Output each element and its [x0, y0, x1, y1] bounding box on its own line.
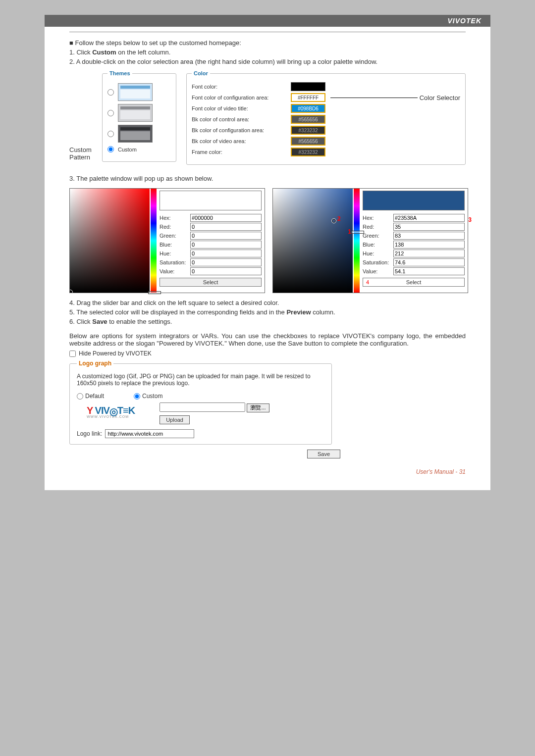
- lbl-red: Red:: [160, 224, 188, 230]
- mark-1: 1: [348, 228, 351, 235]
- color-label-vtitle: Font color of video title:: [192, 105, 286, 111]
- browse-button[interactable]: 瀏覽...: [247, 403, 269, 412]
- inp-sat-2[interactable]: [393, 258, 465, 266]
- lbl-hue2: Hue:: [363, 251, 391, 256]
- callout-custom-pattern: Custom Pattern: [69, 146, 92, 161]
- palette-window-2: 2 1 Hex: Red: Green: Blue: Hue: Saturati…: [272, 188, 468, 293]
- satval-area-1[interactable]: [70, 189, 150, 293]
- lbl-blue2: Blue:: [363, 242, 391, 248]
- inp-red-2[interactable]: [393, 223, 465, 231]
- divider: [69, 32, 466, 32]
- lbl-hex2: Hex:: [363, 215, 391, 221]
- color-label-confbk: Bk color of configuration area:: [192, 127, 286, 133]
- hue-slider-2[interactable]: [351, 231, 364, 234]
- lbl-blue: Blue:: [160, 242, 188, 248]
- inp-hue-1[interactable]: [190, 250, 262, 257]
- lbl-hex: Hex:: [160, 215, 188, 221]
- theme-custom-label: Custom: [118, 147, 137, 152]
- logo-link-label: Logo link:: [77, 430, 102, 437]
- step4: 4. Drag the slider bar and click on the …: [69, 299, 466, 306]
- swatch-ctrlbk[interactable]: #565656: [291, 115, 325, 124]
- step5: 5. The selected color will be displayed …: [69, 308, 466, 316]
- logo-desc: A customized logo (Gif, JPG or PNG) can …: [77, 373, 324, 387]
- inp-hue-2[interactable]: [393, 250, 465, 257]
- theme-radio-2[interactable]: [107, 110, 114, 116]
- swatch-vidbk[interactable]: #565656: [291, 137, 325, 146]
- logo-file-input[interactable]: [160, 403, 245, 412]
- color-label-frame: Frame color:: [192, 149, 286, 155]
- vars-para: Below are options for system integrators…: [69, 332, 466, 347]
- color-label-vidbk: Bk color of video area:: [192, 138, 286, 144]
- callout-color-selector: Color Selector: [420, 94, 460, 101]
- color-label-font: Font color:: [192, 84, 286, 90]
- theme-thumb-3[interactable]: [118, 125, 153, 143]
- inp-green-1[interactable]: [190, 232, 262, 240]
- themes-legend: Themes: [107, 70, 132, 76]
- color-label-ctrlbk: Bk color of control area:: [192, 116, 286, 122]
- logo-legend: Logo graph: [77, 360, 113, 367]
- mark-2: 2: [337, 215, 341, 222]
- hue-bar-2[interactable]: 1: [354, 189, 360, 293]
- hide-powered-label: Hide Powered by VIVOTEK: [79, 350, 152, 357]
- color-fieldset: Color Font color: Font color of configur…: [186, 70, 466, 165]
- hue-bar-1[interactable]: [151, 189, 157, 293]
- lbl-val: Value:: [160, 268, 188, 274]
- logo-custom-option[interactable]: Custom: [134, 393, 162, 400]
- theme-thumb-2[interactable]: [118, 104, 153, 122]
- page-footer: User's Manual - 31: [45, 458, 490, 475]
- mark-4: 4: [366, 278, 369, 286]
- swatch-conf-font[interactable]: #FFFFFF: [291, 93, 325, 102]
- intro-line0: Follow the steps below to set up the cus…: [69, 39, 466, 47]
- preview-box-1: [160, 191, 262, 210]
- themes-fieldset: Themes Custom: [102, 70, 176, 162]
- lbl-sat2: Saturation:: [363, 259, 391, 265]
- intro-step2: 2. A double-click on the color selection…: [69, 58, 466, 65]
- lbl-green2: Green:: [363, 233, 391, 239]
- select-button-2[interactable]: 4Select: [363, 278, 465, 287]
- inp-blue-2[interactable]: [393, 241, 465, 249]
- mark-3: 3: [468, 216, 472, 223]
- hue-slider-1[interactable]: [148, 291, 161, 294]
- step6: 6. Click Save to enable the settings.: [69, 318, 466, 325]
- select-button-1[interactable]: Select: [160, 278, 262, 287]
- upload-button[interactable]: Upload: [160, 415, 190, 424]
- lbl-green: Green:: [160, 233, 188, 239]
- swatch-confbk[interactable]: #323232: [291, 126, 325, 135]
- inp-hex-1[interactable]: [190, 214, 262, 222]
- save-button[interactable]: Save: [307, 450, 340, 458]
- lbl-sat: Saturation:: [160, 259, 188, 265]
- swatch-font[interactable]: [291, 82, 325, 91]
- swatch-vtitle[interactable]: #098BD6: [291, 104, 325, 113]
- inp-hex-2[interactable]: [393, 214, 465, 222]
- palette-window-1: Hex: Red: Green: Blue: Hue: Saturation: …: [69, 188, 265, 293]
- inp-red-1[interactable]: [190, 223, 262, 231]
- theme-radio-custom[interactable]: [107, 146, 114, 152]
- inp-val-1[interactable]: [190, 267, 262, 275]
- vivotek-logo: Y VIV◎T≡K WWW.VIVOTEK.COM: [87, 404, 135, 418]
- theme-thumb-1[interactable]: [118, 83, 153, 101]
- step3: 3. The palette window will pop up as sho…: [69, 175, 466, 182]
- lbl-val2: Value:: [363, 268, 391, 274]
- lbl-red2: Red:: [363, 224, 391, 230]
- intro-step1: 1. Click Custom on the left column.: [69, 49, 466, 56]
- page-header-brand: VIVOTEK: [45, 15, 490, 27]
- theme-radio-3[interactable]: [107, 131, 114, 137]
- inp-val-2[interactable]: [393, 267, 465, 275]
- preview-box-2: [363, 191, 465, 210]
- lbl-hue: Hue:: [160, 251, 188, 256]
- hide-powered-checkbox[interactable]: [69, 351, 76, 357]
- inp-sat-1[interactable]: [190, 258, 262, 266]
- satval-area-2[interactable]: 2: [273, 189, 353, 293]
- color-legend: Color: [192, 70, 210, 76]
- inp-green-2[interactable]: [393, 232, 465, 240]
- logo-default-option[interactable]: Default: [77, 393, 104, 400]
- swatch-frame[interactable]: #323232: [291, 148, 325, 156]
- inp-blue-1[interactable]: [190, 241, 262, 249]
- logo-fieldset: Logo graph A customized logo (Gif, JPG o…: [69, 360, 332, 445]
- color-label-conf-font: Font color of configuration area:: [192, 95, 286, 101]
- theme-radio-1[interactable]: [107, 89, 114, 96]
- logo-link-input[interactable]: [105, 429, 194, 438]
